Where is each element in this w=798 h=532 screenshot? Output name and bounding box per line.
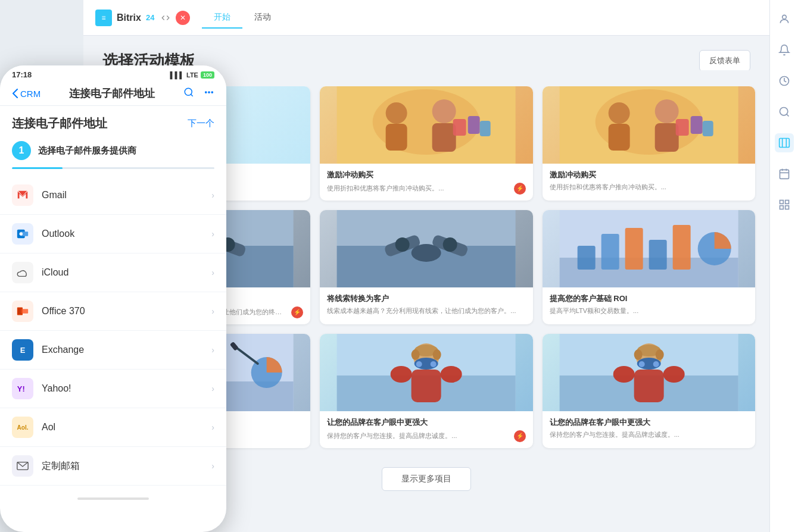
connect-email-title: 连接电子邮件地址 [12,115,107,132]
search-icon[interactable] [775,102,794,121]
grid-icon[interactable] [775,195,794,214]
provider-yahoo-left: Y! Yahoo! [12,378,71,399]
svg-rect-72 [412,370,441,402]
svg-point-0 [782,15,786,19]
more-nav-icon[interactable] [204,87,214,100]
card-body-9: 让您的品牌在客户眼中更强大 保持您的客户与您连接。提高品牌忠诚度。... [543,411,755,445]
calendar-icon[interactable] [775,164,794,183]
close-button[interactable]: ✕ [176,11,190,25]
provider-outlook-left: Outlook [12,223,74,245]
tab-activities[interactable]: 活动 [242,7,283,29]
user-icon[interactable] [775,10,794,29]
svg-point-97 [211,92,213,93]
card-image-handshake-2 [320,210,532,287]
provider-aol-left: Aol. Aol [12,417,55,438]
svg-point-100 [20,232,23,236]
svg-rect-27 [480,121,491,136]
card-image-boxing-1 [320,334,532,411]
back-label: CRM [20,89,40,99]
card-title-8: 让您的品牌在客户眼中更强大 [327,417,525,428]
card-body-6: 提高您的客户基础 ROI 提高平均LTV额和交易数量。... [543,287,755,321]
card-body-8: 让您的品牌在客户眼中更强大 保持您的客户与您连接。提高品牌忠诚度。... ⚡ [320,411,532,448]
card-body-3: 激励冲动购买 使用折扣和优惠将客户推向冲动购买。... [543,164,755,198]
outlook-label: Outlook [42,229,74,239]
lightning-icon-2: ⚡ [291,306,303,318]
svg-rect-4 [779,139,789,148]
gmail-icon [12,184,33,206]
card-title-9: 让您的品牌在客户眼中更强大 [550,417,748,428]
card-desc-text-2: 使用折扣和优惠将客户推向冲动购买。... [327,184,510,193]
phone-step-header: 1 选择电子邮件服务提供商 [0,134,226,167]
svg-rect-103 [18,308,22,314]
svg-point-50 [443,237,457,252]
clock-icon[interactable] [775,71,794,90]
feedback-button[interactable]: 反馈表单 [699,50,750,71]
contacts-icon[interactable] [775,133,794,152]
provider-aol[interactable]: Aol. Aol › [0,408,226,447]
template-card-impulse-buy-2[interactable]: 激励冲动购买 使用折扣和优惠将客户推向冲动购买。... [543,86,755,201]
provider-office365[interactable]: Office 370 › [0,292,226,331]
lightning-icon-3: ⚡ [514,430,526,442]
card-title-3: 激励冲动购买 [550,170,748,180]
svg-point-77 [431,361,437,367]
bell-icon[interactable] [775,40,794,60]
svg-point-86 [663,366,684,383]
bitrix-version: 24 [146,13,154,22]
svg-rect-31 [608,124,629,151]
card-desc-6: 提高平均LTV额和交易数量。... [550,306,748,315]
card-desc-text-8: 保持您的客户与您连接。提高品牌忠诚度。... [327,431,510,440]
svg-point-89 [653,361,659,367]
provider-gmail-left: Gmail [12,184,67,206]
template-card-brand-strong-2[interactable]: 让您的品牌在客户眼中更强大 保持您的客户与您连接。提高品牌忠诚度。... [543,334,755,448]
svg-point-93 [185,88,192,95]
card-desc-8: 保持您的客户与您连接。提高品牌忠诚度。... ⚡ [327,430,525,442]
template-card-brand-strong-1[interactable]: 让您的品牌在客户眼中更强大 保持您的客户与您连接。提高品牌忠诚度。... ⚡ [320,334,532,448]
card-image-boxing-2 [543,334,755,411]
search-nav-icon[interactable] [183,87,194,100]
icloud-label: iCloud [42,267,68,278]
card-desc-text-6: 提高平均LTV额和交易数量。... [550,306,748,315]
back-button[interactable]: CRM [12,89,40,99]
bitrix-header: ≡ Bitrix 24 ✕ 开始 活动 [83,0,798,36]
show-more-button[interactable]: 显示更多项目 [382,467,471,491]
template-card-improve-roi[interactable]: 提高您的客户基础 ROI 提高平均LTV额和交易数量。... [543,210,755,324]
right-sidebar [769,0,798,532]
provider-gmail[interactable]: Gmail › [0,176,226,215]
card-title-2: 激励冲动购买 [327,170,525,180]
card-desc-5: 线索成本越来越高？充分利用现有线索，让他们成为您的客户。... [327,306,525,315]
provider-yahoo[interactable]: Y! Yahoo! › [0,370,226,408]
home-indicator [77,497,149,500]
svg-rect-34 [675,119,688,136]
bitrix-logo-icon: ≡ [95,10,112,26]
provider-office-left: Office 370 [12,301,85,322]
card-desc-3: 使用折扣和优惠将客户推向冲动购买。... [550,183,748,192]
chevron-gmail: › [211,190,214,200]
provider-icloud[interactable]: iCloud › [0,254,226,292]
svg-rect-13 [780,206,783,209]
svg-rect-24 [432,123,456,152]
provider-custom[interactable]: 定制邮箱 › [0,447,226,486]
svg-point-92 [655,349,663,360]
template-card-impulse-buy-1[interactable]: 激励冲动购买 使用折扣和优惠将客户推向冲动购买。... ⚡ [320,86,532,201]
card-body-5: 将线索转换为客户 线索成本越来越高？充分利用现有线索，让他们成为您的客户。... [320,287,532,321]
provider-outlook[interactable]: Outlook › [0,215,226,254]
svg-point-95 [205,92,207,93]
phone-page-title: 连接电子邮件地址 [69,86,155,101]
outlook-icon [12,223,33,245]
svg-rect-11 [780,201,783,204]
tab-start[interactable]: 开始 [202,7,242,29]
svg-rect-7 [780,170,788,179]
svg-point-79 [412,349,420,360]
svg-rect-25 [453,119,466,136]
aol-label: Aol [42,422,55,433]
phone-nav-icons [183,87,214,100]
svg-rect-26 [468,116,480,134]
provider-exchange[interactable]: E Exchange › [0,331,226,370]
card-image-chart-1 [543,210,755,287]
template-card-convert-leads-2[interactable]: 将线索转换为客户 线索成本越来越高？充分利用现有线索，让他们成为您的客户。... [320,210,532,324]
next-button[interactable]: 下一个 [188,118,214,129]
network-label: LTE [186,71,198,79]
bitrix-name: Bitrix [117,12,141,23]
svg-point-85 [613,366,634,383]
phone-status-right: ▌▌▌ LTE 100 [170,71,214,79]
